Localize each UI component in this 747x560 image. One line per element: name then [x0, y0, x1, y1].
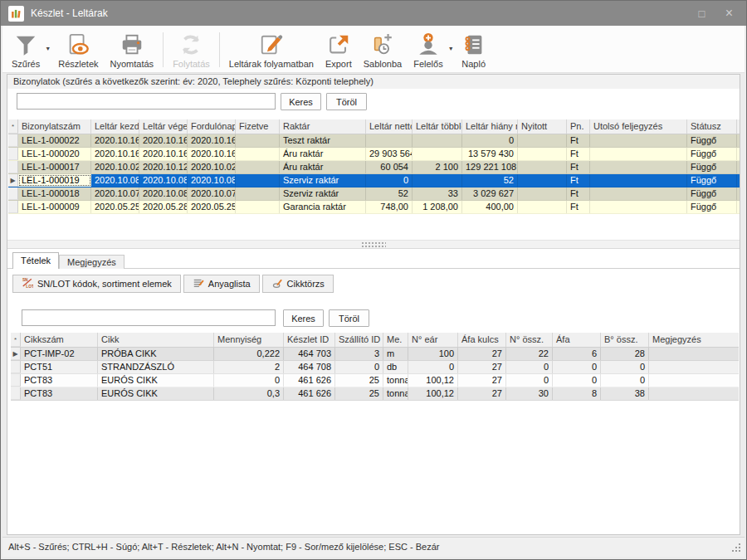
grid-cell[interactable]	[236, 134, 280, 147]
grid-cell[interactable]: 30	[506, 387, 553, 400]
toolbar-sablonba[interactable]: Sablonba	[358, 28, 408, 72]
grid-cell[interactable]: 100	[408, 348, 458, 360]
close-button[interactable]: ×	[715, 1, 743, 26]
grid-cell[interactable]: 33	[413, 187, 462, 200]
grid-cell[interactable]: 60 054	[366, 161, 413, 173]
column-header[interactable]: Leltár többlet	[413, 119, 462, 134]
grid-cell[interactable]: EURÓS CIKK	[98, 387, 214, 400]
grid-cell[interactable]: Függő	[687, 187, 737, 200]
grid-cell[interactable]: 2020.10.02	[91, 161, 139, 173]
grid-cell[interactable]: LEL-1-000019	[18, 174, 91, 187]
grid-cell[interactable]: 2020.10.16	[139, 148, 188, 160]
column-header[interactable]: Leltár nettó ös	[366, 119, 413, 134]
grid-cell[interactable]: 27	[458, 374, 506, 387]
grid-row[interactable]: LEL-1-0000202020.10.162020.10.162020.10.…	[8, 148, 740, 161]
grid-cell[interactable]: 2020.10.07	[91, 187, 139, 200]
grid-cell[interactable]: 1 208,00	[413, 201, 462, 213]
grid-cell[interactable]	[236, 187, 280, 200]
grid-cell[interactable]: 22	[506, 348, 553, 360]
grid-cell[interactable]: PRÓBA CIKK	[98, 348, 214, 360]
grid-cell[interactable]: Teszt raktár	[280, 134, 366, 147]
grid-cell[interactable]: 0	[408, 361, 458, 373]
grid-cell[interactable]: 3	[335, 348, 383, 360]
search-button-documents[interactable]: Keres	[281, 93, 321, 110]
chevron-down-icon[interactable]: ▼	[448, 46, 454, 51]
column-header[interactable]: Utolsó feljegyzés	[590, 119, 687, 134]
grid-cell[interactable]: Szerviz raktár	[280, 174, 366, 187]
grid-cell[interactable]: 0	[553, 361, 601, 373]
grid-cell[interactable]: 2020.10.08	[91, 174, 139, 187]
grid-cell[interactable]: 2020.10.02	[188, 161, 236, 173]
grid-cell[interactable]: 27	[458, 387, 506, 400]
grid-cell[interactable]: tonna	[383, 374, 408, 387]
grid-cell[interactable]: 0	[366, 174, 413, 187]
grid-cell[interactable]: 3 029 627	[462, 187, 518, 200]
grid-cell[interactable]: Áru raktár	[280, 161, 366, 173]
grid-cell[interactable]: Áru raktár	[280, 148, 366, 160]
tab-tetelek[interactable]: Tételek	[12, 252, 59, 269]
grid-cell[interactable]: 2020.10.16	[188, 134, 236, 147]
column-header[interactable]: Fordulónap	[188, 119, 236, 134]
grid-cell[interactable]: 29 903 564	[366, 148, 413, 160]
grid-cell[interactable]: Ft	[567, 161, 590, 173]
grid-cell[interactable]: 0,222	[214, 348, 284, 360]
grid-cell[interactable]: LEL-1-000009	[18, 201, 91, 213]
grid-cell[interactable]	[590, 134, 687, 147]
toolbar-szures[interactable]: ▼Szűrés	[6, 28, 52, 72]
grid-cell[interactable]: Függő	[687, 148, 737, 160]
grid-cell[interactable]	[413, 134, 462, 147]
column-header[interactable]: Bizonylatszám	[18, 119, 91, 134]
grid-cell[interactable]	[649, 387, 740, 400]
grid-cell[interactable]: 2020.10.16	[91, 148, 139, 160]
grid-cell[interactable]: LEL-1-000017	[18, 161, 91, 173]
grid-cell[interactable]	[518, 148, 567, 160]
column-header[interactable]: Leltár vége	[139, 119, 188, 134]
toolbar-felelos[interactable]: ▼Felelős	[408, 28, 455, 72]
grid-cell[interactable]: 464 703	[284, 348, 335, 360]
column-header[interactable]: Me.	[383, 333, 408, 347]
grid-cell[interactable]	[413, 174, 462, 187]
grid-cell[interactable]: tonna	[383, 387, 408, 400]
grid-cell[interactable]: LEL-1-000020	[18, 148, 91, 160]
grid-cell[interactable]	[366, 134, 413, 147]
grid-cell[interactable]: 100,12	[408, 387, 458, 400]
search-button-items[interactable]: Keres	[283, 309, 324, 327]
detail-button[interactable]: Cikktörzs	[262, 275, 334, 293]
column-header[interactable]: Raktár	[280, 119, 366, 134]
grid-row[interactable]: PCT51STRANDZÁSZLÓ2464 7080db027000	[11, 361, 739, 374]
grid-cell[interactable]: 2	[214, 361, 284, 373]
grid-cell[interactable]	[590, 174, 687, 187]
grid-cell[interactable]: 461 626	[284, 387, 335, 400]
grid-cell[interactable]: 52	[462, 174, 518, 187]
column-header[interactable]: Fizetve	[236, 119, 280, 134]
column-header[interactable]: Mennyiség	[214, 333, 284, 347]
column-header[interactable]: Szállító ID	[335, 333, 383, 347]
detail-button[interactable]: Anyaglista	[183, 275, 260, 293]
grid-cell[interactable]: 38	[601, 387, 649, 400]
grid-cell[interactable]: 0	[506, 374, 553, 387]
clear-button-items[interactable]: Töröl	[329, 309, 369, 327]
column-header[interactable]: Áfa kulcs	[458, 333, 506, 347]
toolbar-naplo[interactable]: Napló	[456, 28, 492, 72]
grid-cell[interactable]	[518, 201, 567, 213]
grid-cell[interactable]: 2020.10.16	[139, 134, 188, 147]
grid-cell[interactable]: LEL-1-000022	[18, 134, 91, 147]
grid-cell[interactable]: m	[383, 348, 408, 360]
grid-cell[interactable]	[590, 148, 687, 160]
grid-cell[interactable]: 2020.05.25	[188, 201, 236, 213]
grid-cell[interactable]: 461 626	[284, 374, 335, 387]
grid-cell[interactable]: 0	[601, 361, 649, 373]
grid-row[interactable]: ▶LEL-1-0000192020.10.082020.10.082020.10…	[8, 174, 740, 187]
grid-cell[interactable]	[518, 187, 567, 200]
grid-cell[interactable]: 2020.10.08	[139, 187, 188, 200]
detail-button[interactable]: SN/LOT kódok, sortiment elemek	[12, 275, 181, 293]
grid-cell[interactable]: 0	[335, 361, 383, 373]
grid-row[interactable]: PCT83EURÓS CIKK0,3461 62625tonna100,1227…	[11, 387, 739, 401]
tab-megjegyzes[interactable]: Megjegyzés	[59, 255, 124, 269]
grid-cell[interactable]: Ft	[567, 187, 590, 200]
grid-cell[interactable]: Függő	[687, 161, 737, 173]
grid-cell[interactable]: 100,12	[408, 374, 458, 387]
column-header[interactable]: B° össz.	[601, 333, 649, 347]
toolbar-nyomtatas[interactable]: Nyomtatás	[105, 28, 160, 72]
grid-cell[interactable]: Ft	[567, 134, 590, 147]
